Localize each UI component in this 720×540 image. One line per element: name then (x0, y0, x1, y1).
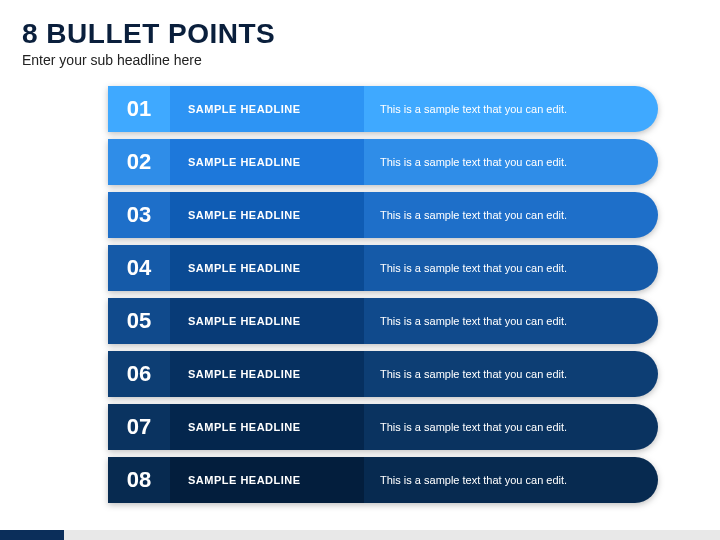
bullet-description: This is a sample text that you can edit. (364, 351, 658, 397)
bullet-headline: SAMPLE HEADLINE (170, 457, 364, 503)
page-subtitle: Enter your sub headline here (0, 52, 720, 86)
bullet-number: 04 (108, 245, 170, 291)
bullet-row: 03SAMPLE HEADLINEThis is a sample text t… (108, 192, 658, 238)
bullet-description: This is a sample text that you can edit. (364, 86, 658, 132)
bullet-number: 08 (108, 457, 170, 503)
bullet-headline: SAMPLE HEADLINE (170, 192, 364, 238)
bullet-description: This is a sample text that you can edit. (364, 192, 658, 238)
bullet-number: 07 (108, 404, 170, 450)
bullet-row: 02SAMPLE HEADLINEThis is a sample text t… (108, 139, 658, 185)
bullet-headline: SAMPLE HEADLINE (170, 298, 364, 344)
bullet-row: 07SAMPLE HEADLINEThis is a sample text t… (108, 404, 658, 450)
bullet-number: 02 (108, 139, 170, 185)
bullet-row: 08SAMPLE HEADLINEThis is a sample text t… (108, 457, 658, 503)
bullet-row: 06SAMPLE HEADLINEThis is a sample text t… (108, 351, 658, 397)
bullet-description: This is a sample text that you can edit. (364, 245, 658, 291)
bullet-number: 05 (108, 298, 170, 344)
bullet-headline: SAMPLE HEADLINE (170, 245, 364, 291)
bullet-row: 01SAMPLE HEADLINEThis is a sample text t… (108, 86, 658, 132)
bullet-number: 01 (108, 86, 170, 132)
bullet-row: 05SAMPLE HEADLINEThis is a sample text t… (108, 298, 658, 344)
bullet-headline: SAMPLE HEADLINE (170, 139, 364, 185)
bullet-description: This is a sample text that you can edit. (364, 139, 658, 185)
bullet-headline: SAMPLE HEADLINE (170, 404, 364, 450)
bullet-number: 03 (108, 192, 170, 238)
bullet-headline: SAMPLE HEADLINE (170, 351, 364, 397)
page-title: 8 BULLET POINTS (0, 0, 720, 52)
bullet-list: 01SAMPLE HEADLINEThis is a sample text t… (0, 86, 720, 503)
bullet-headline: SAMPLE HEADLINE (170, 86, 364, 132)
bullet-row: 04SAMPLE HEADLINEThis is a sample text t… (108, 245, 658, 291)
bullet-description: This is a sample text that you can edit. (364, 404, 658, 450)
footer-bar (0, 530, 720, 540)
bullet-description: This is a sample text that you can edit. (364, 298, 658, 344)
bullet-number: 06 (108, 351, 170, 397)
bullet-description: This is a sample text that you can edit. (364, 457, 658, 503)
